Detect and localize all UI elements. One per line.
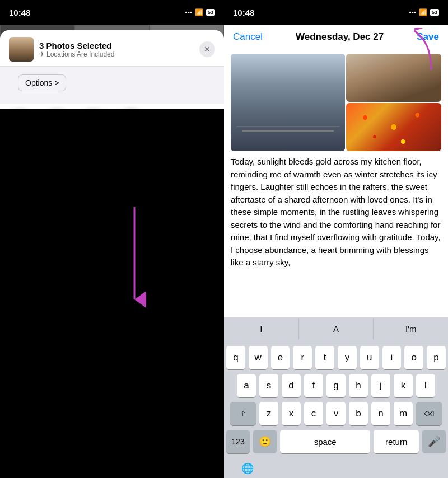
left-time: 10:48 (9, 8, 30, 17)
key-q[interactable]: q (226, 346, 245, 369)
key-n[interactable]: n (371, 402, 390, 425)
left-phone: 10:48 ▪▪▪ 📶 53 3 Photos Selected ✈ (0, 0, 224, 478)
save-button[interactable]: Save (417, 31, 439, 43)
photos-bg: 3 Photos Selected ✈ Locations Are Includ… (0, 25, 224, 109)
key-p[interactable]: p (427, 346, 446, 369)
notes-images (224, 49, 448, 156)
left-status-icons: ▪▪▪ 📶 53 (185, 8, 215, 16)
key-r[interactable]: r (293, 346, 312, 369)
key-a[interactable]: a (237, 374, 256, 397)
emoji-key[interactable]: 🙂 (253, 430, 277, 453)
keyboard-suggestions: I A I'm (224, 317, 448, 341)
key-b[interactable]: b (349, 402, 368, 425)
keyboard-row-3: ⇧ z x c v b n m ⌫ (224, 397, 448, 425)
key-d[interactable]: d (282, 374, 301, 397)
notes-body[interactable]: Today, sunlight bleeds gold across my ki… (224, 156, 448, 317)
key-123[interactable]: 123 (226, 430, 250, 453)
share-title: 3 Photos Selected (39, 41, 194, 50)
keyboard-row-1: q w e r t y u i o p (224, 341, 448, 369)
share-subtitle: ✈ Locations Are Included (39, 50, 194, 58)
options-button[interactable]: Options > (18, 74, 66, 91)
key-m[interactable]: m (394, 402, 413, 425)
note-image-ghat (231, 54, 345, 151)
right-status-icons: ▪▪▪ 📶 53 (409, 8, 439, 16)
location-icon: ✈ (39, 50, 45, 58)
key-g[interactable]: g (326, 374, 346, 397)
key-t[interactable]: t (315, 346, 334, 369)
right-phone: 10:48 ▪▪▪ 📶 53 Cancel Wednesday, Dec 27 … (224, 0, 448, 478)
note-image-flowers (346, 103, 441, 151)
key-k[interactable]: k (394, 374, 413, 397)
suggestion-i[interactable]: I (224, 318, 299, 339)
key-w[interactable]: w (249, 346, 268, 369)
wifi-icon-right: 📶 (419, 8, 427, 16)
left-status-bar: 10:48 ▪▪▪ 📶 53 (0, 0, 224, 25)
key-e[interactable]: e (271, 346, 290, 369)
right-status-bar: 10:48 ▪▪▪ 📶 53 (224, 0, 448, 25)
note-image-stair (346, 54, 441, 102)
contacts-row: Person Person Person Person (0, 104, 224, 109)
wifi-icon: 📶 (195, 8, 203, 16)
key-x[interactable]: x (282, 402, 301, 425)
globe-key[interactable]: 🌐 (233, 460, 262, 477)
shift-key[interactable]: ⇧ (230, 402, 256, 425)
notes-content: Today, sunlight bleeds gold across my ki… (224, 49, 448, 317)
left-battery: 53 (206, 9, 215, 16)
return-key[interactable]: return (374, 430, 419, 453)
key-f[interactable]: f (304, 374, 323, 397)
space-key[interactable]: space (280, 430, 370, 453)
key-i[interactable]: i (382, 346, 402, 369)
key-j[interactable]: j (371, 374, 390, 397)
key-o[interactable]: o (404, 346, 423, 369)
key-y[interactable]: y (338, 346, 357, 369)
key-v[interactable]: v (326, 402, 346, 425)
key-s[interactable]: s (259, 374, 278, 397)
signal-icon-right: ▪▪▪ (409, 8, 416, 16)
mic-key[interactable]: 🎤 (422, 430, 446, 453)
share-thumbnail (9, 37, 34, 62)
suggestion-im[interactable]: I'm (374, 318, 448, 339)
key-h[interactable]: h (349, 374, 368, 397)
keyboard-row-2: a s d f g h j k l (224, 369, 448, 397)
key-z[interactable]: z (259, 402, 278, 425)
delete-key[interactable]: ⌫ (416, 402, 442, 425)
key-u[interactable]: u (360, 346, 379, 369)
share-header: 3 Photos Selected ✈ Locations Are Includ… (0, 30, 224, 67)
right-battery: 53 (430, 9, 439, 16)
share-close-button[interactable]: ✕ (199, 41, 215, 57)
signal-icon: ▪▪▪ (185, 8, 192, 16)
key-l[interactable]: l (416, 374, 435, 397)
right-time: 10:48 (233, 8, 254, 17)
notes-header: Cancel Wednesday, Dec 27 Save (224, 25, 448, 49)
keyboard: I A I'm q w e r t y u i o p a s d f g h … (224, 317, 448, 478)
share-header-text: 3 Photos Selected ✈ Locations Are Includ… (39, 41, 194, 58)
cancel-button[interactable]: Cancel (233, 31, 263, 43)
suggestion-a[interactable]: A (299, 318, 374, 339)
keyboard-row-4: 123 🙂 space return 🎤 (224, 425, 448, 459)
key-c[interactable]: c (304, 402, 323, 425)
note-images-right (346, 54, 441, 151)
notes-date-title: Wednesday, Dec 27 (296, 31, 384, 43)
